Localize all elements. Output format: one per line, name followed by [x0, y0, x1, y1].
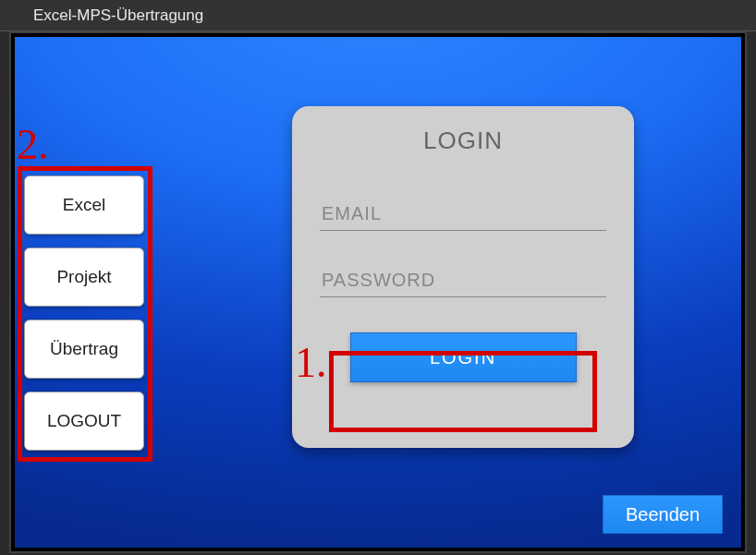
- email-field[interactable]: [320, 199, 606, 231]
- sidebar-item-label: Übertrag: [50, 339, 118, 359]
- sidebar-item-label: LOGOUT: [47, 411, 121, 431]
- sidebar-item-projekt[interactable]: Projekt: [24, 247, 144, 307]
- login-card: LOGIN LOGIN: [292, 106, 634, 448]
- window-title: Excel-MPS-Übertragung: [33, 6, 203, 25]
- password-field[interactable]: [320, 266, 606, 297]
- sidebar-item-label: Projekt: [56, 267, 111, 287]
- sidebar-item-label: Excel: [63, 195, 105, 215]
- app-panel: Excel Projekt Übertrag LOGOUT LOGIN LOGI…: [15, 37, 741, 548]
- sidebar-item-logout[interactable]: LOGOUT: [24, 392, 144, 451]
- login-button[interactable]: LOGIN: [350, 332, 577, 382]
- sidebar: Excel Projekt Übertrag LOGOUT: [24, 175, 158, 451]
- close-button[interactable]: Beenden: [603, 495, 723, 534]
- annotation-number-2: 2.: [17, 120, 49, 169]
- window-frame: Excel Projekt Übertrag LOGOUT LOGIN LOGI…: [9, 31, 747, 553]
- sidebar-item-uebertrag[interactable]: Übertrag: [24, 320, 144, 379]
- login-title: LOGIN: [320, 127, 606, 155]
- sidebar-item-excel[interactable]: Excel: [24, 175, 144, 235]
